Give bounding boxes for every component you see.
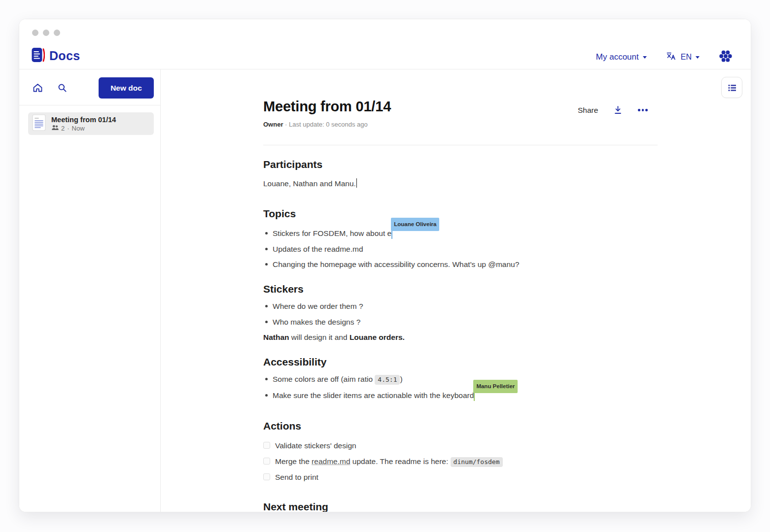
new-doc-button[interactable]: New doc <box>99 77 154 99</box>
table-of-contents-button[interactable] <box>721 77 742 98</box>
chevron-down-icon <box>696 56 700 59</box>
last-update: Last update: 0 seconds ago <box>289 121 368 128</box>
sidebar-doc-item[interactable]: Meeting from 01/14 2 · Now <box>28 112 154 135</box>
doc-item-title: Meeting from 01/14 <box>51 116 116 124</box>
sidebar-toolbar: New doc <box>19 69 160 105</box>
todo-label[interactable]: Validate stickers' design <box>275 440 356 451</box>
inline-code: 4.5:1 <box>375 375 400 385</box>
list-item[interactable]: Some colors are off (aim ratio 4.5:1) <box>263 374 658 385</box>
main-area: Share Meeting from 01/14 Owner · Last up… <box>161 69 751 512</box>
doc-title[interactable]: Meeting from 01/14 <box>263 98 658 115</box>
list-item[interactable]: Where do we order them ? <box>263 301 658 312</box>
heading-participants[interactable]: Participants <box>263 158 658 171</box>
participants-text[interactable]: Louane, Nathan and Manu. <box>263 178 658 189</box>
topics-list: Stickers for FOSDEM, how about eLouane O… <box>263 228 658 270</box>
todo-checkbox[interactable] <box>263 458 270 465</box>
accessibility-list: Some colors are off (aim ratio 4.5:1) Ma… <box>263 374 658 401</box>
search-icon <box>57 82 68 94</box>
chevron-down-icon <box>643 56 647 59</box>
apps-grid-button[interactable] <box>718 49 733 65</box>
sidebar: New doc Meeting from 01/14 <box>19 69 161 512</box>
text-caret <box>356 178 357 188</box>
language-code: EN <box>681 53 692 62</box>
list-item[interactable]: Who makes the designs ? <box>263 317 658 328</box>
list-item[interactable]: Make sure the slider items are actionabl… <box>263 390 658 401</box>
document-thumbnail-icon <box>32 114 46 133</box>
members-count: 2 <box>61 125 65 132</box>
collab-name-badge: Louane Oliveira <box>391 218 439 231</box>
doc-updated: Now <box>72 125 85 132</box>
stickers-note[interactable]: Nathan will design it and Louane orders. <box>263 332 658 343</box>
list-item[interactable]: Stickers for FOSDEM, how about eLouane O… <box>263 228 658 239</box>
home-icon <box>32 82 43 94</box>
todo-checkbox[interactable] <box>263 473 270 480</box>
readme-link[interactable]: readme.md <box>312 457 350 466</box>
window-dot <box>54 30 60 36</box>
todo-list: Validate stickers' design Merge the read… <box>263 440 658 483</box>
window-controls <box>32 30 60 36</box>
collab-name-badge: Manu Pelletier <box>473 380 518 393</box>
app-name: Docs <box>49 49 80 63</box>
todo-checkbox[interactable] <box>263 442 270 449</box>
meta-separator: · <box>67 125 69 132</box>
app-header: Docs My account EN <box>19 19 751 69</box>
window-dot <box>43 30 49 36</box>
todo-label[interactable]: Merge the readme.md update. The readme i… <box>275 456 503 467</box>
app-window: Docs My account EN <box>19 19 751 512</box>
table-of-contents-icon <box>726 82 738 94</box>
heading-accessibility[interactable]: Accessibility <box>263 356 658 368</box>
meta-separator: · <box>283 121 289 128</box>
todo-row: Validate stickers' design <box>263 440 658 451</box>
list-item[interactable]: Updates of the readme.md <box>263 244 658 255</box>
language-selector[interactable]: EN <box>665 51 700 64</box>
doc-item-meta: 2 · Now <box>51 125 116 132</box>
doc-item-text: Meeting from 01/14 2 · Now <box>51 116 116 132</box>
header-actions: My account EN <box>596 49 733 65</box>
doc-meta: Owner · Last update: 0 seconds ago <box>263 121 658 129</box>
heading-actions[interactable]: Actions <box>263 420 658 432</box>
home-button[interactable] <box>30 80 45 95</box>
inline-code: dinum/fosdem <box>451 457 503 467</box>
document-editor: Meeting from 01/14 Owner · Last update: … <box>263 98 658 512</box>
members-icon <box>51 125 59 132</box>
todo-label[interactable]: Send to print <box>275 472 318 483</box>
heading-stickers[interactable]: Stickers <box>263 283 658 296</box>
search-button[interactable] <box>55 80 70 95</box>
window-dot <box>32 30 38 36</box>
divider <box>263 145 658 145</box>
heading-topics[interactable]: Topics <box>263 207 658 220</box>
gaufre-apps-icon <box>718 49 733 65</box>
translate-icon <box>665 51 677 64</box>
todo-row: Merge the readme.md update. The readme i… <box>263 456 658 467</box>
docs-logo[interactable]: Docs <box>31 47 80 65</box>
todo-row: Send to print <box>263 472 658 483</box>
heading-next-meeting[interactable]: Next meeting <box>263 500 658 512</box>
owner-badge: Owner <box>263 121 283 128</box>
my-account-label: My account <box>596 52 639 62</box>
list-item[interactable]: Changing the homepage with accessibility… <box>263 259 658 270</box>
docs-book-icon <box>31 47 45 65</box>
my-account-menu[interactable]: My account <box>596 52 647 62</box>
stickers-list: Where do we order them ? Who makes the d… <box>263 301 658 328</box>
